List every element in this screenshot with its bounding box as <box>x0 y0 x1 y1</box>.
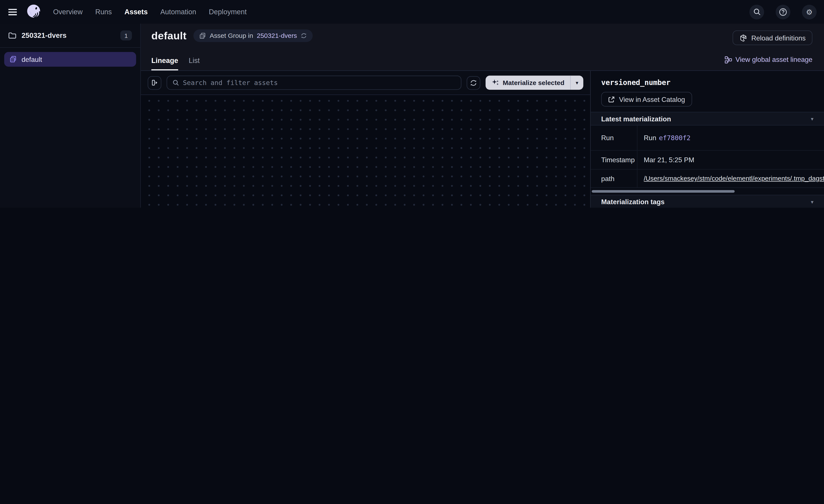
row-label: path <box>591 169 637 187</box>
help-icon[interactable] <box>776 5 791 19</box>
row-label: Run <box>591 125 637 150</box>
section-latest-materialization[interactable]: Latest materialization ▾ <box>591 112 824 125</box>
lineage-canvas[interactable]: versioned_number No description Material… <box>141 95 590 208</box>
main-column: default <box>141 24 824 208</box>
reload-definitions-label: Reload definitions <box>751 34 806 42</box>
external-link-icon <box>608 96 615 103</box>
table-row: Timestamp Mar 21, 5:25 PM <box>591 151 824 169</box>
settings-gear-icon[interactable]: ⚙ <box>802 5 817 19</box>
section-label: Latest materialization <box>601 115 671 122</box>
title-row: default <box>141 24 824 42</box>
badge-text: Asset Group in <box>210 32 253 39</box>
row-value: Mar 21, 5:25 PM <box>637 151 824 169</box>
content-row: Materialize selected ▾ <box>141 71 824 208</box>
view-tabs: Lineage List <box>151 57 200 70</box>
chevron-down-icon[interactable]: ▾ <box>811 199 813 205</box>
run-id-link[interactable]: ef7800f2 <box>659 134 691 142</box>
menu-icon[interactable] <box>7 8 18 16</box>
refresh-icon[interactable] <box>301 32 307 39</box>
horizontal-scrollbar <box>591 188 824 195</box>
search-input[interactable] <box>183 79 455 87</box>
materialize-label: Materialize selected <box>503 79 564 86</box>
badge-repo-link[interactable]: 250321-dvers <box>257 32 297 39</box>
run-prefix: Run <box>644 134 656 142</box>
reload-cube-icon <box>739 34 747 42</box>
section-materialization-tags[interactable]: Materialization tags ▾ <box>591 195 824 208</box>
search-icon[interactable] <box>749 5 764 19</box>
asset-group-badge: Asset Group in 250321-dvers <box>193 29 313 42</box>
row-value: /Users/smackesey/stm/code/elementl/exper… <box>637 169 824 187</box>
table-row: path /Users/smackesey/stm/code/elementl/… <box>591 169 824 188</box>
repo-name: 250321-dvers <box>22 31 115 39</box>
tab-lineage[interactable]: Lineage <box>151 57 178 70</box>
sidebar-item-default-group[interactable]: default <box>4 52 136 67</box>
top-nav: Overview Runs Assets Automation Deployme… <box>0 0 824 24</box>
page-header: default <box>141 24 824 71</box>
view-in-asset-catalog-label: View in Asset Catalog <box>619 95 685 103</box>
materialize-dropdown-caret[interactable]: ▾ <box>571 80 583 86</box>
view-in-asset-catalog-button[interactable]: View in Asset Catalog <box>601 92 692 107</box>
asset-detail-panel: versioned_number View in Asset Catalog <box>590 71 824 208</box>
scrollbar-thumb[interactable] <box>592 190 735 193</box>
search-icon <box>172 80 179 86</box>
group-name: default <box>22 55 42 63</box>
section-label: Materialization tags <box>601 198 665 206</box>
dagster-logo-icon[interactable] <box>25 3 43 20</box>
view-global-lineage-label: View global asset lineage <box>735 55 813 64</box>
repo-asset-count-badge: 1 <box>120 30 132 40</box>
chevron-down-icon[interactable]: ▾ <box>811 116 813 122</box>
selected-asset-name: versioned_number <box>601 78 814 87</box>
graph-toolbar: Materialize selected ▾ <box>141 71 590 95</box>
nav-item-deployment[interactable]: Deployment <box>209 8 247 16</box>
lineage-graph-pane: Materialize selected ▾ <box>141 71 590 208</box>
asset-groups-sidebar: 250321-dvers 1 default <box>0 24 141 208</box>
tab-list[interactable]: List <box>189 57 200 70</box>
row-value: Run ef7800f2 <box>637 125 824 150</box>
row-label: Timestamp <box>591 151 637 169</box>
materialize-split-button: Materialize selected ▾ <box>485 76 584 90</box>
sidebar-repo-row[interactable]: 250321-dvers 1 <box>0 24 140 48</box>
materialize-button[interactable]: Materialize selected <box>485 79 570 87</box>
sparkle-icon <box>491 79 499 87</box>
collapse-sidebar-toggle[interactable] <box>148 76 161 90</box>
view-global-lineage-link[interactable]: View global asset lineage <box>724 55 813 64</box>
gear-glyph: ⚙ <box>806 8 813 16</box>
asset-group-icon <box>9 55 17 63</box>
nav-item-overview[interactable]: Overview <box>53 8 83 16</box>
nav-item-automation[interactable]: Automation <box>160 8 196 16</box>
folder-icon <box>8 32 16 39</box>
body: 250321-dvers 1 default <box>0 24 824 208</box>
app-window: Overview Runs Assets Automation Deployme… <box>0 0 824 208</box>
nav-item-assets[interactable]: Assets <box>124 8 148 16</box>
refresh-graph-button[interactable] <box>466 76 480 90</box>
lineage-graph-icon <box>724 56 732 64</box>
asset-search-box <box>167 76 461 90</box>
reload-definitions-button[interactable]: Reload definitions <box>732 30 813 45</box>
primary-nav: Overview Runs Assets Automation Deployme… <box>53 8 246 16</box>
path-link[interactable]: /Users/smackesey/stm/code/elementl/exper… <box>644 175 824 182</box>
asset-group-icon <box>199 32 206 39</box>
panel-header: versioned_number View in Asset Catalog <box>591 71 824 112</box>
nav-item-runs[interactable]: Runs <box>95 8 112 16</box>
page-title: default <box>151 30 187 42</box>
table-row: Run Run ef7800f2 <box>591 125 824 151</box>
